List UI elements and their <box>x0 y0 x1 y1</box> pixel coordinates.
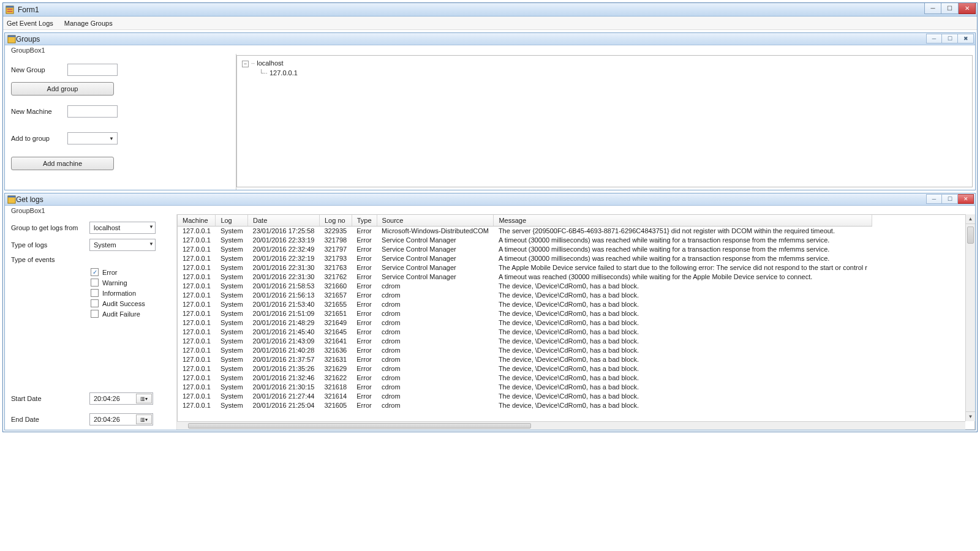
tree-child-label[interactable]: 127.0.0.1 <box>270 69 298 77</box>
scroll-down-icon[interactable]: ▼ <box>966 411 975 421</box>
getlogs-maximize-button[interactable]: ☐ <box>942 194 958 204</box>
cell-source: cdrom <box>377 345 494 354</box>
table-row[interactable]: 127.0.0.1System20/01/2016 21:45:40321645… <box>178 327 872 336</box>
new-group-label: New Group <box>11 66 67 73</box>
scroll-up-icon[interactable]: ▲ <box>966 214 975 224</box>
cell-logno: 321614 <box>320 391 352 400</box>
checkbox-error[interactable] <box>91 268 99 276</box>
groups-maximize-button[interactable]: ☐ <box>942 34 958 43</box>
table-row[interactable]: 127.0.0.1System20/01/2016 22:32:49321797… <box>178 244 872 253</box>
column-header[interactable]: Source <box>377 215 494 226</box>
table-row[interactable]: 127.0.0.1System20/01/2016 21:27:44321614… <box>178 391 872 400</box>
main-minimize-button[interactable]: ─ <box>924 3 941 14</box>
table-row[interactable]: 127.0.0.1System23/01/2016 17:25:58322935… <box>178 226 872 235</box>
column-header[interactable]: Log <box>216 215 248 226</box>
cell-machine: 127.0.0.1 <box>178 235 216 244</box>
log-grid[interactable]: MachineLogDateLog noTypeSourceMessage 12… <box>178 215 872 410</box>
cell-logno: 321622 <box>320 373 352 382</box>
cell-log: System <box>216 235 248 244</box>
getlogs-minimize-button[interactable]: ─ <box>926 194 942 204</box>
cell-logno: 321797 <box>320 244 352 253</box>
table-row[interactable]: 127.0.0.1System20/01/2016 21:48:29321649… <box>178 318 872 327</box>
vertical-scrollbar[interactable]: ▲ ▼ <box>965 214 975 421</box>
cell-type: Error <box>352 391 377 400</box>
table-row[interactable]: 127.0.0.1System20/01/2016 22:31:30321762… <box>178 272 872 281</box>
checkbox-information[interactable] <box>91 289 99 297</box>
column-header[interactable]: Message <box>494 215 872 226</box>
cell-date: 20/01/2016 21:35:26 <box>248 364 320 373</box>
cell-type: Error <box>352 327 377 336</box>
start-date-label: Start Date <box>11 395 89 402</box>
groups-treeview[interactable]: −·· localhost └·· 127.0.0.1 <box>236 55 973 187</box>
main-maximize-button[interactable]: ☐ <box>941 3 959 14</box>
group-from-combo[interactable]: localhost ▼ <box>89 222 156 234</box>
cell-source: cdrom <box>377 309 494 318</box>
add-machine-button[interactable]: Add machine <box>11 157 114 170</box>
checkbox-audit_success[interactable] <box>91 299 99 307</box>
column-header[interactable]: Machine <box>178 215 216 226</box>
column-header[interactable]: Log no <box>320 215 352 226</box>
groups-minimize-button[interactable]: ─ <box>926 34 942 43</box>
table-row[interactable]: 127.0.0.1System20/01/2016 21:37:57321631… <box>178 354 872 364</box>
main-close-button[interactable]: ✕ <box>959 3 976 14</box>
cell-logno: 321649 <box>320 318 352 327</box>
getlogs-left-panel: Group to get logs from localhost ▼ Type … <box>5 214 176 430</box>
column-header[interactable]: Date <box>248 215 320 226</box>
table-row[interactable]: 127.0.0.1System20/01/2016 21:43:09321641… <box>178 336 872 345</box>
table-row[interactable]: 127.0.0.1System20/01/2016 21:35:26321629… <box>178 364 872 373</box>
cell-log: System <box>216 391 248 400</box>
scroll-thumb[interactable] <box>188 423 531 429</box>
cell-logno: 321641 <box>320 336 352 345</box>
new-machine-input[interactable] <box>67 105 118 118</box>
cell-date: 20/01/2016 22:32:49 <box>248 244 320 253</box>
table-row[interactable]: 127.0.0.1System20/01/2016 22:31:30321763… <box>178 263 872 272</box>
calendar-dropdown-icon[interactable]: ▥▾ <box>136 394 152 403</box>
table-row[interactable]: 127.0.0.1System20/01/2016 21:25:04321605… <box>178 400 872 410</box>
cell-log: System <box>216 382 248 391</box>
cell-machine: 127.0.0.1 <box>178 281 216 290</box>
checkbox-warning[interactable] <box>91 279 99 287</box>
menu-get-event-logs[interactable]: Get Event Logs <box>7 20 53 27</box>
table-row[interactable]: 127.0.0.1System20/01/2016 21:53:40321655… <box>178 299 872 309</box>
form-icon <box>7 195 16 203</box>
end-date-input[interactable]: 20:04:26 ▥▾ <box>89 413 153 425</box>
calendar-dropdown-icon[interactable]: ▥▾ <box>136 414 152 424</box>
end-date-label: End Date <box>11 416 89 423</box>
getlogs-close-button[interactable]: ✕ <box>958 194 974 204</box>
table-row[interactable]: 127.0.0.1System20/01/2016 21:58:53321660… <box>178 281 872 290</box>
table-row[interactable]: 127.0.0.1System20/01/2016 21:51:09321651… <box>178 309 872 318</box>
cell-date: 20/01/2016 21:43:09 <box>248 336 320 345</box>
cell-log: System <box>216 400 248 410</box>
table-row[interactable]: 127.0.0.1System20/01/2016 21:56:13321657… <box>178 290 872 299</box>
table-row[interactable]: 127.0.0.1System20/01/2016 21:40:28321636… <box>178 345 872 354</box>
main-window: Form1 ─ ☐ ✕ Get Event Logs Manage Groups… <box>2 2 978 432</box>
cell-date: 23/01/2016 17:25:58 <box>248 226 320 235</box>
groups-close-button[interactable]: ✖ <box>958 34 974 43</box>
tree-root-label[interactable]: localhost <box>257 59 283 67</box>
table-row[interactable]: 127.0.0.1System20/01/2016 22:32:19321793… <box>178 253 872 263</box>
add-group-button[interactable]: Add group <box>11 82 114 96</box>
cell-date: 20/01/2016 21:32:46 <box>248 373 320 382</box>
table-row[interactable]: 127.0.0.1System20/01/2016 22:33:19321798… <box>178 235 872 244</box>
horizontal-scrollbar[interactable] <box>177 421 965 430</box>
cell-machine: 127.0.0.1 <box>178 327 216 336</box>
groups-window-title: Groups <box>16 35 40 43</box>
new-group-input[interactable] <box>67 64 118 76</box>
table-row[interactable]: 127.0.0.1System20/01/2016 21:30:15321618… <box>178 382 872 391</box>
tree-expander-icon[interactable]: − <box>242 61 249 67</box>
scroll-thumb[interactable] <box>967 227 974 244</box>
cell-message: The device, \Device\CdRom0, has a bad bl… <box>494 281 872 290</box>
cell-machine: 127.0.0.1 <box>178 318 216 327</box>
group-from-label: Group to get logs from <box>11 224 89 231</box>
log-grid-scroll[interactable]: MachineLogDateLog noTypeSourceMessage 12… <box>177 214 975 430</box>
start-date-input[interactable]: 20:04:26 ▥▾ <box>89 392 153 405</box>
cell-date: 20/01/2016 21:25:04 <box>248 400 320 410</box>
table-row[interactable]: 127.0.0.1System20/01/2016 21:32:46321622… <box>178 373 872 382</box>
column-header[interactable]: Type <box>352 215 377 226</box>
cell-message: A timeout (30000 milliseconds) was reach… <box>494 235 872 244</box>
menu-manage-groups[interactable]: Manage Groups <box>64 20 113 27</box>
add-to-group-combo[interactable]: ▼ <box>67 132 118 144</box>
checkbox-audit_failure[interactable] <box>91 310 99 318</box>
type-logs-combo[interactable]: System ▼ <box>89 239 156 251</box>
groups-titlebar: Groups ─ ☐ ✖ <box>5 33 975 45</box>
